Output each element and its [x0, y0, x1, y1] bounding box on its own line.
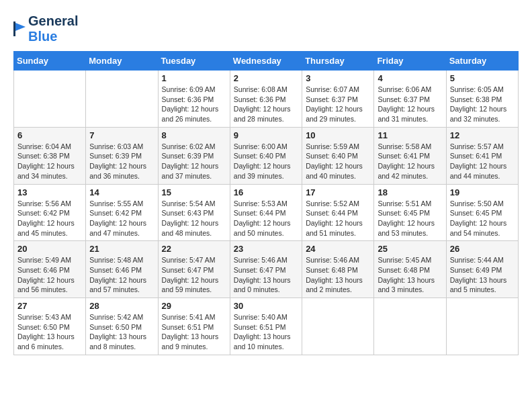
day-number: 28	[89, 301, 154, 311]
day-number: 6	[17, 130, 82, 140]
calendar-cell: 8Sunrise: 6:02 AM Sunset: 6:39 PM Daylig…	[158, 127, 230, 184]
day-number: 12	[450, 130, 515, 140]
weekday-header: Monday	[86, 52, 158, 71]
day-number: 18	[378, 187, 442, 197]
calendar-cell: 4Sunrise: 6:06 AM Sunset: 6:37 PM Daylig…	[374, 71, 446, 128]
day-number: 5	[450, 73, 515, 83]
day-info: Sunrise: 5:42 AM Sunset: 6:50 PM Dayligh…	[89, 312, 154, 352]
calendar-cell: 16Sunrise: 5:53 AM Sunset: 6:44 PM Dayli…	[230, 184, 302, 241]
day-info: Sunrise: 6:09 AM Sunset: 6:36 PM Dayligh…	[162, 85, 226, 124]
day-info: Sunrise: 5:56 AM Sunset: 6:42 PM Dayligh…	[17, 199, 82, 238]
calendar-cell: 28Sunrise: 5:42 AM Sunset: 6:50 PM Dayli…	[86, 298, 158, 355]
day-number: 9	[234, 130, 298, 140]
svg-rect-0	[13, 21, 15, 36]
calendar-cell	[14, 71, 86, 128]
day-number: 13	[17, 187, 82, 197]
day-number: 30	[234, 301, 298, 311]
day-info: Sunrise: 6:06 AM Sunset: 6:37 PM Dayligh…	[378, 85, 442, 124]
day-info: Sunrise: 5:40 AM Sunset: 6:51 PM Dayligh…	[234, 312, 298, 352]
day-number: 14	[89, 187, 154, 197]
day-info: Sunrise: 5:55 AM Sunset: 6:42 PM Dayligh…	[89, 199, 154, 238]
day-number: 11	[378, 130, 442, 140]
calendar-cell: 9Sunrise: 6:00 AM Sunset: 6:40 PM Daylig…	[230, 127, 302, 184]
svg-marker-1	[15, 23, 26, 31]
day-info: Sunrise: 5:49 AM Sunset: 6:46 PM Dayligh…	[17, 255, 82, 295]
day-info: Sunrise: 6:02 AM Sunset: 6:39 PM Dayligh…	[162, 142, 226, 181]
calendar-cell: 29Sunrise: 5:41 AM Sunset: 6:51 PM Dayli…	[158, 298, 230, 355]
logo-flag	[13, 21, 26, 36]
calendar-cell: 13Sunrise: 5:56 AM Sunset: 6:42 PM Dayli…	[14, 184, 86, 241]
calendar-cell: 10Sunrise: 5:59 AM Sunset: 6:40 PM Dayli…	[302, 127, 374, 184]
calendar-cell: 30Sunrise: 5:40 AM Sunset: 6:51 PM Dayli…	[230, 298, 302, 355]
calendar-week-row: 6Sunrise: 6:04 AM Sunset: 6:38 PM Daylig…	[14, 127, 519, 184]
day-info: Sunrise: 5:54 AM Sunset: 6:43 PM Dayligh…	[162, 199, 226, 238]
calendar-cell: 21Sunrise: 5:48 AM Sunset: 6:46 PM Dayli…	[86, 241, 158, 298]
calendar-cell: 12Sunrise: 5:57 AM Sunset: 6:41 PM Dayli…	[446, 127, 518, 184]
day-info: Sunrise: 6:00 AM Sunset: 6:40 PM Dayligh…	[234, 142, 298, 181]
day-number: 20	[17, 244, 82, 254]
calendar-cell: 3Sunrise: 6:07 AM Sunset: 6:37 PM Daylig…	[302, 71, 374, 128]
day-number: 21	[89, 244, 154, 254]
calendar-week-row: 27Sunrise: 5:43 AM Sunset: 6:50 PM Dayli…	[14, 298, 519, 355]
day-info: Sunrise: 6:04 AM Sunset: 6:38 PM Dayligh…	[17, 142, 82, 181]
calendar-cell: 19Sunrise: 5:50 AM Sunset: 6:45 PM Dayli…	[446, 184, 518, 241]
day-info: Sunrise: 6:08 AM Sunset: 6:36 PM Dayligh…	[234, 85, 298, 124]
day-number: 19	[450, 187, 515, 197]
calendar-cell: 23Sunrise: 5:46 AM Sunset: 6:47 PM Dayli…	[230, 241, 302, 298]
day-info: Sunrise: 5:46 AM Sunset: 6:48 PM Dayligh…	[306, 255, 370, 295]
day-info: Sunrise: 5:44 AM Sunset: 6:49 PM Dayligh…	[450, 255, 515, 295]
calendar-cell: 6Sunrise: 6:04 AM Sunset: 6:38 PM Daylig…	[14, 127, 86, 184]
calendar-week-row: 1Sunrise: 6:09 AM Sunset: 6:36 PM Daylig…	[14, 71, 519, 128]
day-info: Sunrise: 6:05 AM Sunset: 6:38 PM Dayligh…	[450, 85, 515, 124]
weekday-header: Sunday	[14, 52, 86, 71]
calendar-cell: 22Sunrise: 5:47 AM Sunset: 6:47 PM Dayli…	[158, 241, 230, 298]
day-info: Sunrise: 5:58 AM Sunset: 6:41 PM Dayligh…	[378, 142, 442, 181]
day-info: Sunrise: 5:47 AM Sunset: 6:47 PM Dayligh…	[162, 255, 226, 295]
day-number: 29	[162, 301, 226, 311]
day-number: 17	[306, 187, 370, 197]
calendar-cell: 1Sunrise: 6:09 AM Sunset: 6:36 PM Daylig…	[158, 71, 230, 128]
day-number: 8	[162, 130, 226, 140]
day-number: 27	[17, 301, 82, 311]
day-number: 23	[234, 244, 298, 254]
calendar-cell: 18Sunrise: 5:51 AM Sunset: 6:45 PM Dayli…	[374, 184, 446, 241]
calendar-cell: 7Sunrise: 6:03 AM Sunset: 6:39 PM Daylig…	[86, 127, 158, 184]
calendar-cell: 27Sunrise: 5:43 AM Sunset: 6:50 PM Dayli…	[14, 298, 86, 355]
calendar-cell: 15Sunrise: 5:54 AM Sunset: 6:43 PM Dayli…	[158, 184, 230, 241]
calendar-cell: 2Sunrise: 6:08 AM Sunset: 6:36 PM Daylig…	[230, 71, 302, 128]
day-info: Sunrise: 5:43 AM Sunset: 6:50 PM Dayligh…	[17, 312, 82, 352]
day-info: Sunrise: 5:53 AM Sunset: 6:44 PM Dayligh…	[234, 199, 298, 238]
calendar-cell: 25Sunrise: 5:45 AM Sunset: 6:48 PM Dayli…	[374, 241, 446, 298]
day-info: Sunrise: 5:41 AM Sunset: 6:51 PM Dayligh…	[162, 312, 226, 352]
day-info: Sunrise: 5:57 AM Sunset: 6:41 PM Dayligh…	[450, 142, 515, 181]
calendar-cell	[302, 298, 374, 355]
day-number: 3	[306, 73, 370, 83]
day-number: 15	[162, 187, 226, 197]
calendar-cell: 24Sunrise: 5:46 AM Sunset: 6:48 PM Dayli…	[302, 241, 374, 298]
day-info: Sunrise: 6:03 AM Sunset: 6:39 PM Dayligh…	[89, 142, 154, 181]
day-number: 22	[162, 244, 226, 254]
calendar-week-row: 13Sunrise: 5:56 AM Sunset: 6:42 PM Dayli…	[14, 184, 519, 241]
day-info: Sunrise: 5:51 AM Sunset: 6:45 PM Dayligh…	[378, 199, 442, 238]
calendar-cell: 11Sunrise: 5:58 AM Sunset: 6:41 PM Dayli…	[374, 127, 446, 184]
calendar-cell	[86, 71, 158, 128]
day-number: 24	[306, 244, 370, 254]
day-number: 25	[378, 244, 442, 254]
day-info: Sunrise: 5:59 AM Sunset: 6:40 PM Dayligh…	[306, 142, 370, 181]
day-number: 10	[306, 130, 370, 140]
calendar-cell	[374, 298, 446, 355]
weekday-header: Wednesday	[230, 52, 302, 71]
day-info: Sunrise: 5:45 AM Sunset: 6:48 PM Dayligh…	[378, 255, 442, 295]
calendar-cell: 20Sunrise: 5:49 AM Sunset: 6:46 PM Dayli…	[14, 241, 86, 298]
day-info: Sunrise: 5:52 AM Sunset: 6:44 PM Dayligh…	[306, 199, 370, 238]
day-number: 4	[378, 73, 442, 83]
day-info: Sunrise: 5:50 AM Sunset: 6:45 PM Dayligh…	[450, 199, 515, 238]
calendar-cell: 14Sunrise: 5:55 AM Sunset: 6:42 PM Dayli…	[86, 184, 158, 241]
day-number: 26	[450, 244, 515, 254]
weekday-header: Tuesday	[158, 52, 230, 71]
calendar-week-row: 20Sunrise: 5:49 AM Sunset: 6:46 PM Dayli…	[14, 241, 519, 298]
calendar-cell: 17Sunrise: 5:52 AM Sunset: 6:44 PM Dayli…	[302, 184, 374, 241]
calendar-cell	[446, 298, 518, 355]
day-info: Sunrise: 5:46 AM Sunset: 6:47 PM Dayligh…	[234, 255, 298, 295]
page-header: General Blue	[13, 13, 519, 44]
